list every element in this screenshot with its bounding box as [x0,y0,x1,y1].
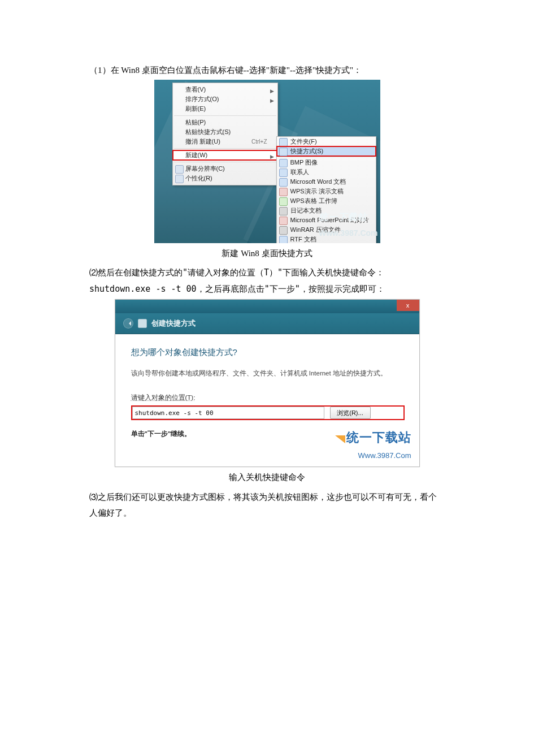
shortcut-wizard-icon [138,319,147,328]
wizard-question: 想为哪个对象创建快捷方式? [131,344,403,361]
caption-1: 新建 Win8 桌面快捷方式 [89,245,445,262]
watermark: 统一下载站 Www.3987.Com [335,426,411,463]
rtf-icon [279,236,288,243]
watermark: 统一下载站 Www.3987.Com [319,209,378,241]
shortcut-hint: Ctrl+Z [251,136,267,147]
journal-icon [279,207,288,215]
folder-icon [279,138,288,146]
caption-2: 输入关机快捷键命令 [89,469,445,486]
step-3-text: ⑶之后我们还可以更改快捷方式图标，将其该为关机按钮图标，这步也可以不可有可无，看… [89,489,445,521]
back-icon[interactable] [123,318,133,329]
wps-ppt-icon [279,188,288,196]
screenshot-create-shortcut-wizard: x 创建快捷方式 想为哪个对象创建快捷方式? 该向导帮你创建本地或网络程序、文件… [115,299,420,467]
wizard-title: 创建快捷方式 [151,317,196,331]
close-button[interactable]: x [397,300,419,311]
step-1-text: （1）在 Win8 桌面空白位置点击鼠标右键--选择"新建"--选择"快捷方式"… [89,62,445,79]
bmp-icon [279,159,288,167]
ppt-icon [279,217,288,225]
menu-item-refresh[interactable]: 刷新(E) [173,104,277,114]
desktop-context-menu: 查看(V)▶ 排序方式(O)▶ 刷新(E) 粘贴(P) 粘贴快捷方式(S) 撤消… [172,83,278,185]
menu-item-new[interactable]: 新建(W)▶ [173,150,277,160]
wps-xls-icon [279,197,288,206]
menu-item-undo-new[interactable]: 撤消 新建(U)Ctrl+Z [173,137,277,146]
wizard-header: 创建快捷方式 [115,313,419,334]
logo-arrow-icon [335,435,345,443]
step-2-text: ⑵然后在创建快捷方式的"请键入对象的位置（T）"下面输入关机快捷键命令：shut… [89,265,445,297]
submenu-item-shortcut[interactable]: 快捷方式(S) [277,146,376,156]
winrar-icon [279,226,288,235]
shortcut-icon [279,148,288,156]
menu-item-personalize[interactable]: 个性化(R) [173,174,277,183]
browse-button[interactable]: 浏览(R)... [330,407,371,419]
wizard-description: 该向导帮你创建本地或网络程序、文件、文件夹、计算机或 Internet 地址的快… [131,368,403,380]
location-field-row: 浏览(R)... [131,405,405,420]
contact-icon [279,169,288,177]
field-label: 请键入对象的位置(T): [131,392,403,404]
word-icon [279,178,288,187]
location-input[interactable] [132,407,324,419]
screenshot-context-menu: 查看(V)▶ 排序方式(O)▶ 刷新(E) 粘贴(P) 粘贴快捷方式(S) 撤消… [154,80,380,243]
chevron-right-icon: ▶ [270,152,274,162]
window-titlebar: x [115,300,419,313]
